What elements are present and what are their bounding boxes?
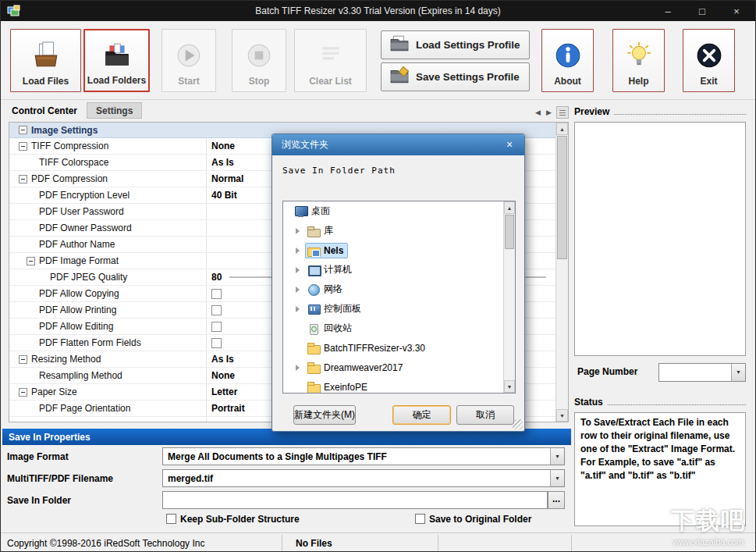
load-files-button[interactable]: Load Files — [10, 29, 81, 92]
setting-value[interactable]: Portrait — [211, 403, 245, 414]
tree-item[interactable]: Nels — [283, 240, 503, 260]
file-count-text: No Files — [296, 538, 332, 549]
tree-scrollbar[interactable]: ▲ ▼ — [503, 201, 515, 393]
tree-item-core[interactable]: 控制面板 — [305, 301, 366, 317]
tree-item[interactable]: 回收站 — [283, 319, 503, 338]
scrollbar-thumb[interactable] — [557, 136, 567, 259]
tree-item-core[interactable]: 库 — [305, 223, 338, 239]
tree-item[interactable]: 控制面板 — [283, 299, 503, 319]
tree-item-core[interactable]: 计算机 — [305, 262, 357, 278]
expand-arrow-icon[interactable] — [294, 247, 302, 255]
close-button[interactable]: × — [730, 5, 743, 17]
dialog-close-icon[interactable]: × — [502, 137, 516, 151]
help-button[interactable]: Help — [612, 29, 665, 92]
new-folder-button[interactable]: 新建文件夹(M) — [293, 405, 356, 425]
tab-scroll-right-icon[interactable]: ▶ — [544, 107, 554, 119]
scroll-up-icon[interactable]: ▲ — [556, 123, 568, 135]
clear-list-button[interactable]: Clear List — [294, 29, 367, 92]
minimize-button[interactable]: – — [662, 5, 674, 17]
setting-value[interactable]: None — [211, 370, 235, 381]
browse-folder-dialog: 浏览文件夹 × Save In Folder Path 桌面 库 Nels 计算… — [272, 134, 525, 432]
tree-item[interactable]: 桌面 — [283, 201, 503, 221]
collapse-box-icon[interactable] — [19, 175, 27, 183]
tree-item[interactable]: 网络 — [283, 280, 503, 299]
recycle-bin-icon — [307, 322, 320, 335]
clear-list-icon — [317, 30, 345, 76]
save-settings-profile-button[interactable]: Save Settings Profile — [381, 62, 530, 91]
load-folders-button[interactable]: Load Folders — [83, 29, 150, 92]
scroll-up-icon[interactable]: ▲ — [504, 201, 515, 214]
grid-menu-icon[interactable] — [556, 106, 569, 119]
tree-item[interactable]: 计算机 — [283, 260, 503, 280]
tree-item-core[interactable]: Nels — [305, 243, 348, 258]
cancel-button[interactable]: 取消 — [456, 405, 514, 425]
collapse-box-icon[interactable] — [19, 355, 27, 364]
expand-arrow-icon[interactable] — [294, 305, 302, 313]
status-help-text: To Save/Extract Each File in each row to… — [574, 412, 746, 526]
tree-item-core[interactable]: BatchTIFFResizer-v3.30 — [305, 340, 430, 356]
setting-label: Resizing Method — [31, 354, 101, 365]
dialog-title-bar[interactable]: 浏览文件夹 × — [272, 134, 524, 155]
setting-value[interactable]: 40 Bit — [211, 190, 237, 201]
save-in-folder-input[interactable] — [162, 491, 548, 509]
collapse-box-icon[interactable] — [19, 388, 27, 397]
collapse-box-icon[interactable] — [19, 142, 27, 151]
tree-item-core[interactable]: 桌面 — [293, 203, 335, 219]
maximize-button[interactable]: □ — [696, 5, 708, 17]
tab-control-center[interactable]: Control Center — [12, 103, 82, 119]
start-button[interactable]: Start — [161, 29, 216, 92]
setting-label-cell: PDF Allow Copying — [9, 286, 207, 301]
setting-value[interactable]: None — [211, 141, 235, 151]
setting-label: PDF Page Orientation — [39, 403, 130, 414]
tree-item-core[interactable]: 网络 — [305, 281, 347, 297]
resize-grip[interactable] — [513, 419, 523, 429]
checkbox[interactable] — [211, 305, 222, 315]
folder-tree: 桌面 库 Nels 计算机 网络 控制面板 — [282, 201, 516, 394]
chevron-down-icon[interactable]: ▼ — [550, 448, 564, 465]
filename-select[interactable]: merged.tif ▼ — [162, 469, 565, 487]
setting-value[interactable]: As Is — [211, 157, 234, 168]
load-settings-profile-button[interactable]: Load Settings Profile — [381, 30, 530, 59]
expand-arrow-icon[interactable] — [294, 286, 302, 294]
chevron-down-icon[interactable]: ▼ — [731, 364, 745, 381]
save-settings-profile-icon — [389, 66, 410, 88]
preview-section-head: Preview — [574, 106, 746, 117]
collapse-box-icon[interactable] — [19, 126, 27, 134]
page-number-select[interactable]: ▼ — [658, 363, 746, 382]
expand-arrow-icon[interactable] — [294, 266, 302, 274]
tree-item[interactable]: Dreamweaver2017 — [283, 358, 503, 377]
keep-subfolder-checkbox[interactable] — [166, 514, 176, 524]
scroll-down-icon[interactable]: ▼ — [504, 380, 515, 393]
setting-value[interactable]: Letter — [211, 386, 237, 397]
browse-button[interactable]: ... — [548, 491, 565, 509]
collapse-box-icon[interactable] — [27, 257, 35, 265]
about-button[interactable]: About — [541, 29, 594, 92]
expand-arrow-icon[interactable] — [294, 364, 302, 372]
grid-scrollbar[interactable]: ▲ ▼ — [555, 123, 568, 422]
expand-arrow-icon[interactable] — [294, 227, 302, 235]
tab-scroll-left-icon[interactable]: ◀ — [533, 107, 543, 119]
checkbox[interactable] — [211, 338, 222, 348]
tree-item[interactable]: 库 — [283, 221, 503, 240]
exit-button[interactable]: Exit — [683, 29, 735, 92]
scroll-down-icon[interactable]: ▼ — [556, 409, 568, 422]
setting-label: PDF Compression — [31, 173, 108, 184]
tree-item-core[interactable]: ExeinfoPE — [305, 379, 372, 394]
scrollbar-thumb[interactable] — [505, 215, 514, 249]
ok-button[interactable]: 确定 — [392, 405, 451, 425]
tab-settings[interactable]: Settings — [87, 102, 142, 119]
setting-value[interactable]: Normal — [211, 173, 243, 184]
tree-item[interactable]: BatchTIFFResizer-v3.30 — [283, 338, 503, 358]
tree-item[interactable]: ExeinfoPE — [283, 377, 503, 393]
checkbox[interactable] — [211, 289, 222, 299]
setting-value[interactable]: As Is — [211, 354, 234, 365]
chevron-down-icon[interactable]: ▼ — [550, 470, 564, 486]
save-original-checkbox[interactable] — [415, 514, 425, 524]
checkbox[interactable] — [211, 322, 222, 332]
image-format-select[interactable]: Merge All Documents to a Single Multipag… — [162, 447, 565, 465]
stop-button[interactable]: Stop — [232, 29, 286, 92]
dialog-title: 浏览文件夹 — [282, 138, 328, 151]
tree-item-core[interactable]: Dreamweaver2017 — [305, 360, 407, 376]
tree-item-core[interactable]: 回收站 — [305, 320, 357, 337]
setting-value[interactable]: 80 — [211, 272, 222, 283]
